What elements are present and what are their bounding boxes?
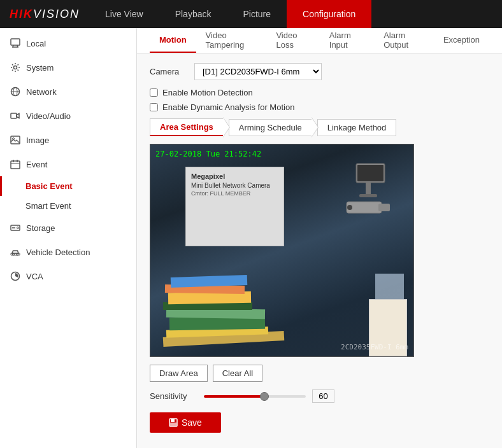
sidebar-label-image: Image — [26, 136, 49, 145]
logo: HIKVISION — [0, 8, 89, 21]
draw-area-button[interactable]: Draw Area — [150, 365, 208, 382]
nav-items: Live View Playback Picture Configuration — [89, 0, 502, 28]
svg-rect-8 — [11, 113, 17, 118]
svg-rect-28 — [378, 204, 390, 211]
sensitivity-row: Sensitivity 60 — [150, 389, 489, 403]
tab-motion[interactable]: Motion — [150, 28, 196, 53]
main-layout: Local System Network Video/Audio — [0, 28, 502, 448]
sensitivity-slider[interactable] — [204, 395, 306, 398]
enable-motion-row: Enable Motion Detection — [150, 88, 489, 97]
sensitivity-value: 60 — [312, 389, 334, 403]
nav-live-view[interactable]: Live View — [89, 0, 159, 28]
top-navigation: HIKVISION Live View Playback Picture Con… — [0, 0, 502, 28]
logo-text: HIKVISION — [10, 8, 80, 21]
enable-motion-label[interactable]: Enable Motion Detection — [162, 88, 253, 97]
svg-rect-23 — [357, 165, 384, 181]
image-icon — [10, 134, 21, 146]
camera-feed: 27-02-2018 Tue 21:52:42 Megapixel Mini B… — [150, 144, 414, 357]
sidebar-label-network: Network — [26, 87, 57, 97]
product-text3: Cmtor: FULL MEMBER — [191, 190, 278, 197]
product-text2: Mini Bullet Network Camera — [191, 182, 278, 189]
chart-icon — [10, 270, 21, 282]
sidebar-label-local: Local — [26, 39, 46, 48]
svg-point-4 — [14, 66, 17, 69]
nav-playback[interactable]: Playback — [159, 0, 227, 28]
settings-icon — [10, 62, 21, 73]
camera-select[interactable]: [D1] 2CD2035FWD-I 6mm — [194, 63, 322, 80]
svg-rect-9 — [11, 136, 20, 144]
sidebar-item-image[interactable]: Image — [0, 128, 136, 152]
video-icon — [10, 110, 21, 122]
globe-icon — [10, 86, 21, 97]
clear-all-button[interactable]: Clear All — [213, 365, 262, 382]
camera-background: Megapixel Mini Bullet Network Camera Cmt… — [150, 144, 413, 356]
tab-alarm-output[interactable]: Alarm Output — [374, 28, 434, 53]
svg-rect-31 — [170, 423, 176, 426]
sidebar-item-network[interactable]: Network — [0, 80, 136, 104]
svg-point-27 — [347, 205, 352, 210]
sidebar-item-vehicle-detection[interactable]: Vehicle Detection — [0, 240, 136, 264]
nav-picture[interactable]: Picture — [227, 0, 287, 28]
area-tab-settings[interactable]: Area Settings — [150, 118, 224, 136]
svg-rect-11 — [11, 161, 20, 169]
camera-label: Camera — [150, 67, 188, 76]
camera-row: Camera [D1] 2CD2035FWD-I 6mm — [150, 63, 489, 80]
sidebar-item-system[interactable]: System — [0, 55, 136, 80]
monitor-icon — [10, 38, 21, 49]
nav-configuration[interactable]: Configuration — [287, 0, 371, 28]
sidebar-item-vca[interactable]: VCA — [0, 264, 136, 288]
save-icon — [169, 418, 178, 427]
sidebar-sub-item-smart-event[interactable]: Smart Event — [0, 196, 136, 216]
hdd-icon — [10, 222, 21, 234]
product-text1: Megapixel — [191, 172, 278, 180]
svg-rect-25 — [359, 194, 377, 197]
calendar-icon — [10, 158, 21, 170]
sidebar-item-video-audio[interactable]: Video/Audio — [0, 104, 136, 128]
sidebar-sub-item-basic-event[interactable]: Basic Event — [0, 176, 136, 196]
sub-tabs: Motion Video Tampering Video Loss Alarm … — [137, 28, 502, 53]
camera-watermark: 2CD2035FWD-I 6mm — [341, 343, 408, 351]
sidebar-label-vehicle-detection: Vehicle Detection — [26, 248, 90, 257]
area-tab-arming-schedule[interactable]: Arming Schedule — [229, 119, 312, 136]
tab-alarm-input[interactable]: Alarm Input — [320, 28, 374, 53]
save-button[interactable]: Save — [150, 412, 221, 433]
sidebar-item-event[interactable]: Event — [0, 152, 136, 176]
sidebar-label-video-audio: Video/Audio — [26, 111, 71, 121]
tab-exception[interactable]: Exception — [434, 28, 489, 53]
area-tabs: Area Settings Arming Schedule Linkage Me… — [150, 117, 489, 137]
camera-timestamp: 27-02-2018 Tue 21:52:42 — [155, 150, 261, 158]
svg-rect-30 — [171, 419, 175, 422]
content-area: Motion Video Tampering Video Loss Alarm … — [137, 28, 502, 448]
svg-rect-24 — [366, 183, 371, 195]
svg-rect-0 — [11, 39, 20, 45]
svg-point-16 — [17, 227, 19, 229]
sidebar-label-vca: VCA — [26, 272, 43, 281]
enable-motion-checkbox[interactable] — [150, 88, 158, 97]
sidebar-label-system: System — [26, 63, 54, 73]
sidebar-item-local[interactable]: Local — [0, 31, 136, 55]
sensitivity-label: Sensitivity — [150, 391, 197, 401]
tab-video-loss[interactable]: Video Loss — [266, 28, 319, 53]
sidebar-label-storage: Storage — [26, 223, 55, 233]
sidebar-label-event: Event — [26, 160, 47, 169]
area-tab-linkage-method[interactable]: Linkage Method — [317, 119, 397, 136]
sidebar-item-storage[interactable]: Storage — [0, 216, 136, 240]
tab-video-tampering[interactable]: Video Tampering — [196, 28, 267, 53]
enable-dynamic-row: Enable Dynamic Analysis for Motion — [150, 102, 489, 112]
action-buttons: Draw Area Clear All — [150, 365, 489, 382]
enable-dynamic-label[interactable]: Enable Dynamic Analysis for Motion — [162, 102, 294, 112]
sidebar: Local System Network Video/Audio — [0, 28, 137, 448]
car-icon — [10, 246, 21, 258]
enable-dynamic-checkbox[interactable] — [150, 103, 158, 111]
content-inner: Camera [D1] 2CD2035FWD-I 6mm Enable Moti… — [137, 53, 502, 448]
